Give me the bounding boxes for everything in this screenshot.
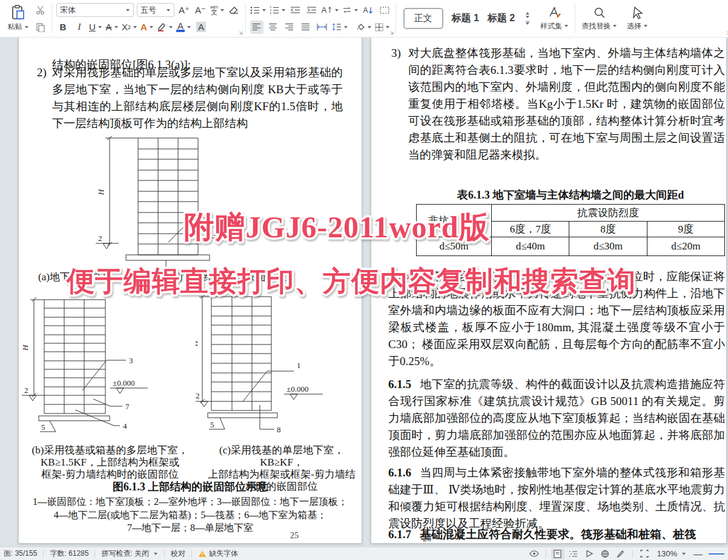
align-left-icon xyxy=(252,23,261,31)
font-size-select[interactable]: 五号 xyxy=(137,3,174,17)
paragraph-marks-button[interactable] xyxy=(378,4,391,17)
figure-legend-line: 1—嵌固部位：地下室顶板；2—室外地坪；3—嵌固部位：地下一层顶板； xyxy=(19,495,362,508)
shading-button[interactable] xyxy=(356,21,372,34)
print-layout-button[interactable] xyxy=(551,548,564,559)
figure-b: H 2 3 ±0.000 7 4 5 xyxy=(22,295,197,447)
style-heading2-label: 标题 2 xyxy=(488,13,515,23)
bold-label: B xyxy=(60,22,67,32)
fig-a-level-label: ±0.000 xyxy=(213,228,235,237)
page-number: 26 xyxy=(423,534,431,544)
strikethrough-button[interactable]: A xyxy=(105,21,119,34)
warning-icon xyxy=(198,550,207,558)
dialog-launcher-icon[interactable]: ⇲ xyxy=(390,30,394,36)
table-cell: 6度，7度 xyxy=(492,222,569,237)
gallery-up-icon[interactable] xyxy=(526,10,529,15)
proofing-button[interactable]: 校对 xyxy=(171,548,185,559)
superscript-button[interactable]: X2 xyxy=(122,21,137,34)
page-number: 25 xyxy=(290,531,299,541)
pinyin-guide-button[interactable]: wén文 xyxy=(210,4,225,17)
word-count[interactable]: 字数: 61285 xyxy=(50,548,88,559)
distribute-icon xyxy=(317,23,327,31)
document-canvas[interactable]: 结构的嵌固部位[图6.1.3(a)]; 2) 对采用筏形基础的单层或多层地下室以… xyxy=(0,38,728,547)
chevron-down-icon xyxy=(385,25,390,29)
gallery-down-icon[interactable] xyxy=(526,16,529,20)
style-heading2[interactable]: 标题 2 xyxy=(488,12,515,25)
zoom-out-button[interactable]: — xyxy=(693,548,703,559)
web-layout-button[interactable] xyxy=(598,548,612,559)
figure-title: 图6.1.3 上部结构的嵌固部位示意 xyxy=(19,479,362,494)
zoom-slider[interactable] xyxy=(709,553,724,555)
align-right-button[interactable] xyxy=(283,21,296,34)
font-color-button[interactable]: A xyxy=(176,21,191,34)
chevron-down-icon xyxy=(643,24,648,28)
fig-b-label-5: 5 xyxy=(41,423,45,432)
sort-button[interactable]: A xyxy=(362,4,375,17)
missing-font-warning[interactable]: 缺失字体 xyxy=(198,548,238,559)
text-direction-button[interactable]: A xyxy=(322,4,339,17)
increase-indent-button[interactable] xyxy=(305,4,319,17)
style-heading1[interactable]: 标题 1 xyxy=(452,12,479,25)
highlight-button[interactable] xyxy=(157,21,173,34)
page-25[interactable]: 结构的嵌固部位[图6.1.3(a)]; 2) 对采用筏形基础的单层或多层地下室以… xyxy=(18,38,362,544)
style-set-button[interactable]: 样式集 xyxy=(535,0,574,37)
italic-button[interactable]: I xyxy=(73,21,86,34)
highlighter-icon xyxy=(157,22,167,31)
chevron-down-icon xyxy=(187,25,191,29)
section-6-1-6: 6.1.6当四周与土体紧密接触带地下室外墙的整体式筏形和箱形基础建于Ⅲ、 Ⅳ类场… xyxy=(388,464,725,532)
align-left-button[interactable] xyxy=(250,21,263,34)
borders-button[interactable] xyxy=(375,21,390,34)
chevron-down-icon xyxy=(125,8,130,12)
fullscreen-icon xyxy=(640,550,649,558)
zoom-level[interactable]: 130% xyxy=(657,549,686,558)
font-group: 宋体 五号 A⁺ A⁻ wén文 B I U A X2 xyxy=(53,0,244,37)
section-text: 当四周与土体紧密接触带地下室外墙的整体式筏形和箱形基础建于Ⅲ、 Ⅳ类场地时，按刚… xyxy=(388,466,725,530)
line-spacing-button[interactable] xyxy=(332,21,348,34)
font-family-select[interactable]: 宋体 xyxy=(56,3,134,17)
read-mode-button[interactable] xyxy=(583,548,596,559)
dialog-launcher-icon[interactable]: ⇲ xyxy=(239,30,243,36)
distribute-button[interactable] xyxy=(316,21,329,34)
chevron-down-icon xyxy=(354,8,359,12)
numbering-button[interactable] xyxy=(270,4,286,17)
decrease-indent-button[interactable] xyxy=(289,4,302,17)
figure-b-caption: (b)采用筏基或箱基的多层地下室， KB≥1.5KF，上部结构为框架或 框架-剪… xyxy=(24,444,196,481)
text-effect-button[interactable]: A xyxy=(141,21,154,34)
table-cell: d≤20m xyxy=(647,237,724,256)
fullscreen-button[interactable] xyxy=(638,548,651,559)
bullets-button[interactable] xyxy=(250,4,266,17)
char-shading-button[interactable]: A xyxy=(194,21,208,34)
fig-c-ground-label: 2 xyxy=(196,391,200,400)
justify-button[interactable] xyxy=(299,21,313,34)
find-replace-button[interactable]: 查找替换 xyxy=(577,0,622,37)
ink-button[interactable] xyxy=(614,548,627,559)
outline-view-button[interactable] xyxy=(567,548,580,559)
page-indicator[interactable]: 面: 35/155 xyxy=(4,548,37,559)
paste-button[interactable]: 粘贴 xyxy=(5,5,31,32)
eye-preview-button[interactable] xyxy=(528,548,541,559)
paste-icon xyxy=(11,5,25,21)
clear-format-button[interactable] xyxy=(228,4,241,17)
borders-icon xyxy=(375,23,383,31)
direction-arrows-icon xyxy=(327,7,333,13)
chevron-down-icon xyxy=(564,24,569,28)
caption-line: 上部结构为框架或框架-剪力墙结 xyxy=(199,469,364,481)
gallery-more-icon[interactable] xyxy=(526,21,529,27)
table-cell: 抗震设防烈度 xyxy=(492,205,725,222)
style-normal[interactable]: 正文 xyxy=(403,8,443,29)
spell-check-status[interactable]: 拼写检查: 关闭 xyxy=(101,548,158,559)
copy-button[interactable] xyxy=(34,21,47,34)
page-26[interactable]: 3) 对大底盘整体筏形基础，当地下室内、外墙与主体结构墙体之间的距离符合表6.1… xyxy=(371,38,727,544)
cut-button[interactable] xyxy=(34,4,47,17)
decrease-font-label: A⁻ xyxy=(195,5,206,16)
increase-font-button[interactable]: A⁺ xyxy=(177,4,191,17)
numbered-list-icon xyxy=(270,6,279,15)
align-center-button[interactable] xyxy=(266,21,280,34)
bold-button[interactable]: B xyxy=(56,21,70,34)
select-button[interactable]: 选择 xyxy=(622,0,653,37)
section-text: 地下一层结构顶板作为上部结构的嵌固部位时，应能保证将上部结构的地震作用或水平力传… xyxy=(388,270,725,367)
text-wrap-button[interactable] xyxy=(342,4,359,17)
section-number: 6.1.5 xyxy=(388,378,411,390)
decrease-font-button[interactable]: A⁻ xyxy=(194,4,207,17)
chevron-down-icon xyxy=(24,25,29,29)
underline-button[interactable]: U xyxy=(89,21,102,34)
